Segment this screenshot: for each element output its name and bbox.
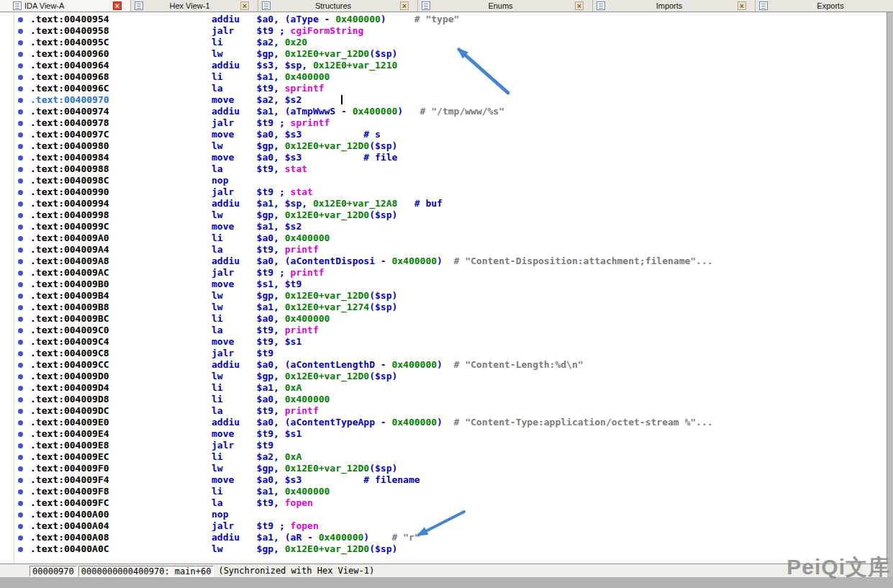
listing-line[interactable]: .text:00400988la $t9, stat (0, 163, 887, 175)
listing-line[interactable]: .text:00400998lw $gp, 0x12E0+var_12D0($s… (0, 209, 887, 221)
line-marker-dot (18, 294, 23, 299)
code-token: lw $a1, (212, 302, 285, 312)
tab-structures[interactable]: Structures× (258, 0, 418, 12)
listing-line[interactable]: .text:0040099Cmove $a1, $s2 (0, 221, 887, 232)
listing-line[interactable]: .text:004009B8lw $a1, 0x12E0+var_1274($s… (0, 302, 887, 313)
listing-line[interactable]: .text:004009F4move $a0, $s3 # filename (0, 474, 887, 486)
code-token (397, 198, 414, 209)
listing-line[interactable]: .text:004009C4move $t9, $s1 (0, 336, 887, 348)
line-marker-dot (18, 351, 23, 356)
code-token: la $t9, (212, 497, 285, 508)
tab-close-button[interactable]: × (400, 1, 409, 10)
line-marker-dot (18, 213, 23, 218)
listing-line[interactable]: .text:0040097Cmove $a0, $s3 # s (0, 129, 887, 140)
listing-line[interactable]: .text:00400974addiu $a1, (aTmpWwwS - 0x4… (0, 106, 887, 117)
listing-line[interactable]: .text:004009B0move $s1, $t9 (0, 279, 887, 290)
listing-line[interactable]: .text:00400970move $a2, $s2 (0, 94, 887, 106)
listing-line[interactable]: .text:004009FCla $t9, fopen (0, 497, 887, 509)
listing-line[interactable]: .text:004009E0addiu $a0, (aContentTypeAp… (0, 417, 887, 428)
line-marker-dot (18, 478, 23, 483)
code-token: 0x400000 (391, 255, 437, 266)
line-address: .text:0040098C (30, 175, 212, 186)
listing-line[interactable]: .text:00400A0Clw $gp, 0x12E0+var_12D0($s… (0, 543, 887, 555)
code-token: addiu $a0, (aContentTypeApp - (212, 417, 391, 428)
listing-line[interactable]: .text:004009A4la $t9, printf (0, 244, 887, 255)
listing-line[interactable]: .text:004009C0la $t9, printf (0, 325, 887, 336)
line-marker-dot (18, 547, 23, 552)
line-marker-dot (18, 397, 23, 402)
tab-exports[interactable]: Exports (756, 0, 893, 12)
code-token: 0x12E0+var_12D0 (285, 463, 369, 474)
listing-line[interactable]: .text:00400994addiu $a1, $sp, 0x12E0+var… (0, 198, 887, 209)
line-marker-dot (18, 155, 23, 160)
tab-enums[interactable]: Enums× (418, 0, 593, 12)
listing-line[interactable]: .text:004009A0li $a0, 0x400000 (0, 232, 887, 244)
code-token: # filename (363, 474, 420, 485)
line-address: .text:004009C4 (30, 336, 212, 347)
listing-line[interactable]: .text:00400978jalr $t9 ; sprintf (0, 117, 887, 129)
listing-line[interactable]: .text:00400A04jalr $t9 ; fopen (0, 520, 887, 532)
listing-line[interactable]: .text:004009DCla $t9, printf (0, 405, 887, 417)
listing-line[interactable]: .text:004009C8jalr $t9 (0, 348, 887, 359)
tab-close-button[interactable]: × (738, 1, 746, 10)
code-token: move $t9, $s1 (212, 336, 302, 347)
code-token: jalr $t9 ; (212, 520, 291, 531)
listing-line[interactable]: .text:00400964addiu $s3, $sp, 0x12E0+var… (0, 60, 887, 71)
listing-line[interactable]: .text:00400984move $a0, $s3 # file (0, 152, 887, 163)
status-address-field: 0000000000400970: main+60 (78, 566, 214, 576)
line-address: .text:00400A04 (30, 520, 212, 531)
listing-line[interactable]: .text:00400980lw $gp, 0x12E0+var_12D0($s… (0, 140, 887, 152)
listing-line[interactable]: .text:00400A08addiu $a1, (aR - 0x400000)… (0, 532, 887, 543)
listing-line[interactable]: .text:004009E8jalr $t9 (0, 440, 887, 451)
line-address: .text:004009A4 (30, 244, 212, 255)
listing-line[interactable]: .text:0040095Cli $a2, 0x20 (0, 37, 887, 48)
listing-line[interactable]: .text:004009D4li $a1, 0xA (0, 382, 887, 394)
tab-label: Hex View-1 (143, 1, 236, 10)
code-token: addiu $a1, $sp, (212, 198, 313, 209)
line-address: .text:004009E0 (30, 417, 212, 428)
listing-line[interactable]: .text:004009D0lw $gp, 0x12E0+var_12D0($s… (0, 371, 887, 382)
code-token: 0x400000 (353, 106, 398, 117)
line-address: .text:0040099C (30, 221, 212, 232)
listing-line[interactable]: .text:004009ACjalr $t9 ; printf (0, 267, 887, 279)
listing-line[interactable]: .text:004009D8li $a0, 0x400000 (0, 394, 887, 405)
line-marker-dot (18, 236, 23, 241)
code-token: jalr $t9 ; (212, 186, 291, 197)
tab-ida-view-a[interactable]: IDA View-A× (0, 0, 131, 12)
tab-close-button[interactable]: × (113, 1, 122, 10)
watermark-text: PeiQi文库 (787, 553, 890, 582)
code-token: 0x400000 (391, 359, 437, 370)
line-marker-dot (18, 17, 23, 22)
listing-line[interactable]: .text:00400954addiu $a0, (aType - 0x4000… (0, 14, 887, 25)
listing-line[interactable]: .text:004009CCaddiu $a0, (aContentLength… (0, 359, 887, 371)
listing-line[interactable]: .text:004009B4lw $gp, 0x12E0+var_12D0($s… (0, 290, 887, 302)
line-marker-dot (18, 144, 23, 149)
listing-line[interactable]: .text:004009F0lw $gp, 0x12E0+var_12D0($s… (0, 463, 887, 474)
line-marker-dot (18, 132, 23, 137)
tab-close-button[interactable]: × (240, 1, 249, 10)
code-token: move $s1, $t9 (212, 279, 302, 289)
listing-line[interactable]: .text:004009ECli $a2, 0xA (0, 451, 887, 463)
listing-line[interactable]: .text:0040096Cla $t9, sprintf (0, 83, 887, 94)
line-address: .text:004009AC (30, 267, 212, 278)
listing-line[interactable]: .text:004009F8li $a1, 0x400000 (0, 486, 887, 497)
disassembly-panel[interactable]: .text:00400954addiu $a0, (aType - 0x4000… (0, 12, 887, 564)
code-token: # s (363, 129, 380, 140)
code-token: # "Content-Type:application/octet-stream… (454, 417, 713, 428)
code-token: 0xA (285, 382, 302, 393)
ida-view-a-tab-icon (13, 1, 22, 10)
listing-line[interactable]: .text:00400990jalr $t9 ; stat (0, 186, 887, 198)
tab-close-button[interactable]: × (575, 1, 584, 10)
listing-line[interactable]: .text:004009E4move $t9, $s1 (0, 428, 887, 440)
listing-line[interactable]: .text:00400968li $a1, 0x400000 (0, 71, 887, 83)
listing-line[interactable]: .text:004009BCli $a0, 0x400000 (0, 313, 887, 325)
listing-line[interactable]: .text:004009A8addiu $a0, (aContentDispos… (0, 255, 887, 267)
listing-line[interactable]: .text:00400A00nop (0, 509, 887, 520)
listing-line[interactable]: .text:00400960lw $gp, 0x12E0+var_12D0($s… (0, 48, 887, 60)
tab-imports[interactable]: Imports× (593, 0, 756, 12)
line-address: .text:00400A08 (30, 532, 212, 543)
line-marker-dot (18, 317, 23, 322)
listing-line[interactable]: .text:0040098Cnop (0, 175, 887, 186)
tab-hex-view-1[interactable]: Hex View-1× (131, 0, 258, 12)
listing-line[interactable]: .text:00400958jalr $t9 ; cgiFormString (0, 25, 887, 37)
